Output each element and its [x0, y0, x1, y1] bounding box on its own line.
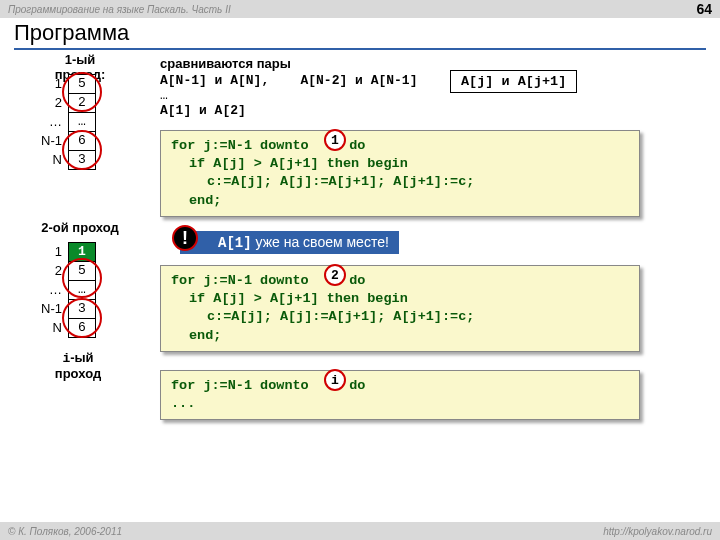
footer-author: © К. Поляков, 2006-2011 [8, 526, 122, 537]
circle-icon [62, 72, 102, 112]
code-line: end; [171, 192, 629, 210]
list-item: 2 [26, 261, 62, 280]
code-block-1: for j:=N-1 downto do if A[j] > A[j+1] th… [160, 130, 640, 217]
pairs-text: A[N-1] и A[N], [160, 73, 269, 88]
breadcrumb: Программирование на языке Паскаль. Часть… [8, 4, 231, 15]
header-bar: Программирование на языке Паскаль. Часть… [0, 0, 720, 18]
info-badge: A[1] уже на своем месте! [180, 231, 399, 254]
footer-url: http://kpolyakov.narod.ru [603, 526, 712, 537]
list-item: … [26, 112, 62, 131]
ith-label: i-ый проход [38, 350, 118, 381]
badge-text: уже на своем месте! [252, 234, 389, 250]
list-item: N [26, 318, 62, 337]
aj-formula-box: A[j] и A[j+1] [450, 70, 577, 93]
code-block-2: for j:=N-1 downto do if A[j] > A[j+1] th… [160, 265, 640, 352]
pairs-text: … [160, 88, 417, 103]
pass1-indices: 1 2 … N-1 N [26, 74, 62, 169]
code-line: for j:=N-1 downto [171, 378, 317, 393]
footer-bar: © К. Поляков, 2006-2011 http://kpolyakov… [0, 522, 720, 540]
pairs-block: сравниваются пары A[N-1] и A[N], A[N-2] … [160, 56, 417, 118]
pairs-heading: сравниваются пары [160, 56, 417, 71]
code-line: c:=A[j]; A[j]:=A[j+1]; A[j+1]:=c; [171, 173, 629, 191]
circle-icon [62, 298, 102, 338]
title-divider [14, 48, 706, 50]
pairs-text: A[1] и A[2] [160, 103, 417, 118]
table-row: … [68, 112, 96, 132]
page-title: Программа [14, 20, 706, 46]
code-line: if A[j] > A[j+1] then begin [171, 155, 629, 173]
list-item: 2 [26, 93, 62, 112]
code-line: c:=A[j]; A[j]:=A[j+1]; A[j+1]:=c; [171, 308, 629, 326]
step-badge: 1 [324, 129, 346, 151]
list-item: 1 [26, 242, 62, 261]
code-line: for j:=N-1 downto [171, 273, 317, 288]
badge-mono: A[1] [218, 235, 252, 251]
pairs-text: A[N-2] и A[N-1] [300, 73, 417, 88]
pass2-indices: 1 2 … N-1 N [26, 242, 62, 337]
code-line: for j:=N-1 downto [171, 138, 317, 153]
exclamation-icon: ! [172, 225, 198, 251]
circle-icon [62, 258, 102, 298]
list-item: N-1 [26, 131, 62, 150]
code-line: if A[j] > A[j+1] then begin [171, 290, 629, 308]
code-block-3: for j:=N-1 downto do ... i [160, 370, 640, 420]
list-item: N [26, 150, 62, 169]
list-item: … [26, 280, 62, 299]
circle-icon [62, 130, 102, 170]
code-line: ... [171, 395, 629, 413]
info-badge-wrap: A[1] уже на своем месте! ! [180, 228, 399, 254]
list-item: 1 [26, 74, 62, 93]
pass2-label: 2-ой проход [20, 220, 140, 235]
step-badge: 2 [324, 264, 346, 286]
list-item: N-1 [26, 299, 62, 318]
step-badge: i [324, 369, 346, 391]
code-line: end; [171, 327, 629, 345]
page-number: 64 [696, 1, 712, 17]
